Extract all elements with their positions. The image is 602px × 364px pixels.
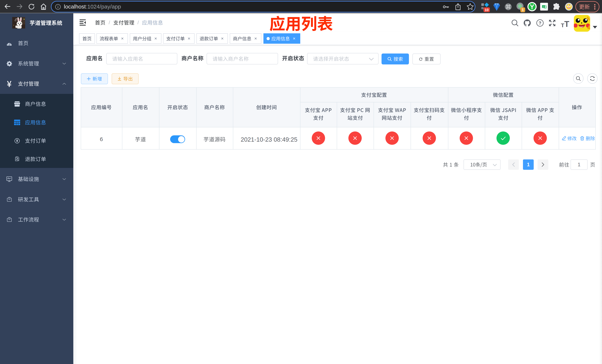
svg-text:?: ? (539, 21, 541, 26)
svg-text:1: 1 (522, 8, 524, 12)
svg-text:10: 10 (485, 8, 489, 12)
